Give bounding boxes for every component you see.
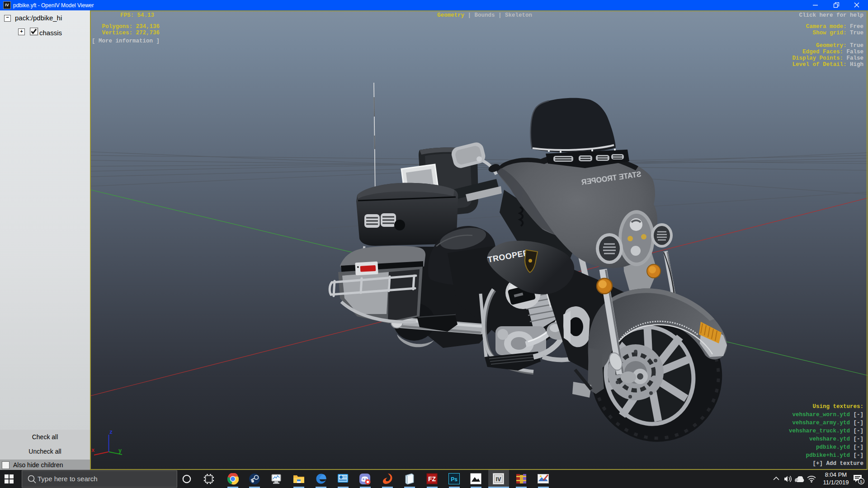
svg-text:Display Points: False: Display Points: False — [792, 55, 863, 61]
svg-text:pdbike+hi.ytd [-]: pdbike+hi.ytd [-] — [806, 452, 863, 459]
svg-text:y: y — [118, 448, 122, 454]
svg-text:IV: IV — [496, 476, 501, 483]
svg-text:vehshare_truck.ytd [-]: vehshare_truck.ytd [-] — [789, 428, 863, 434]
svg-text:x: x — [91, 447, 94, 454]
svg-text:vehshare.ytd [-]: vehshare.ytd [-] — [809, 436, 863, 442]
svg-text:pdbike.ytd [-]: pdbike.ytd [-] — [816, 444, 863, 450]
svg-text:vehshare_worn.ytd [-]: vehshare_worn.ytd [-] — [792, 412, 863, 418]
svg-text:Level of Detail: High: Level of Detail: High — [792, 61, 863, 68]
svg-text:z: z — [109, 429, 113, 436]
svg-text:Vertices: 272,736: Vertices: 272,736 — [102, 30, 160, 36]
svg-text:Geometry: True: Geometry: True — [816, 42, 863, 49]
svg-text:Show grid: True: Show grid: True — [812, 30, 863, 36]
svg-text:Polygons: 234,136: Polygons: 234,136 — [102, 23, 160, 30]
svg-text:Camera mode: Free: Camera mode: Free — [806, 23, 863, 30]
svg-text:[+] Add texture: [+] Add texture — [812, 460, 863, 467]
svg-text:FZ: FZ — [428, 475, 436, 483]
svg-text:Click here for help: Click here for help — [799, 12, 863, 19]
svg-text:FPS: 54.13: FPS: 54.13 — [120, 12, 154, 19]
svg-text:5: 5 — [860, 479, 862, 484]
svg-text:[ More information ]: [ More information ] — [92, 38, 160, 44]
svg-text:Edged Faces: False: Edged Faces: False — [802, 49, 863, 55]
svg-text:Ps: Ps — [451, 476, 458, 483]
svg-text:Geometry | Bounds | Skeleton: Geometry | Bounds | Skeleton — [437, 12, 532, 19]
svg-text:vehshare_army.ytd [-]: vehshare_army.ytd [-] — [792, 420, 863, 426]
svg-text:Using textures:: Using textures: — [812, 404, 863, 410]
